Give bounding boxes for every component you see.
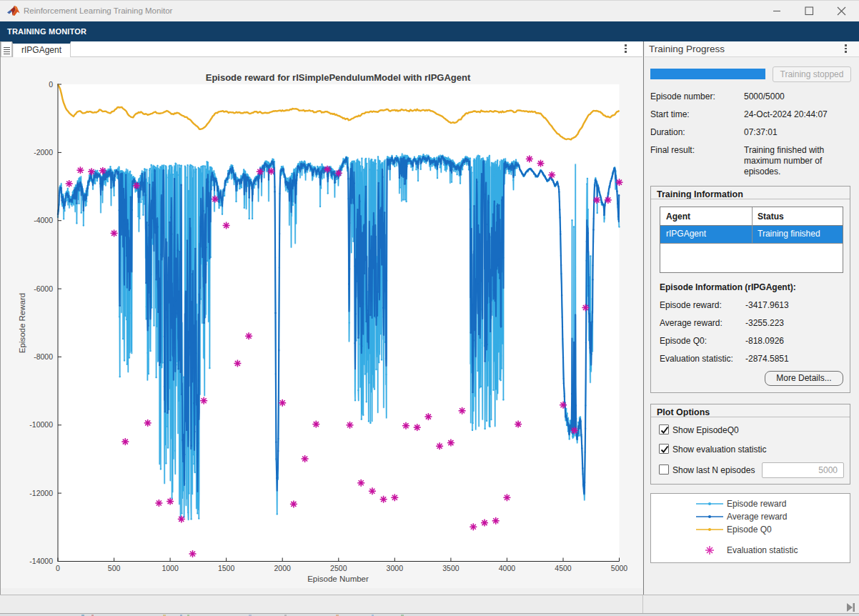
svg-text:3500: 3500 [442,564,460,572]
svg-text:5000: 5000 [611,564,628,572]
svg-text:0: 0 [49,80,53,89]
svg-text:Evaluation statistic: Evaluation statistic [727,545,798,555]
svg-text:4500: 4500 [555,564,572,572]
svg-text:-2000: -2000 [34,148,53,157]
svg-text:2000: 2000 [274,564,292,572]
svg-text:-14000: -14000 [29,557,53,565]
svg-text:2500: 2500 [330,564,347,572]
svg-text:-8000: -8000 [34,352,53,361]
svg-text:Episode Number: Episode Number [307,575,369,583]
svg-text:-10000: -10000 [29,420,53,429]
svg-text:-6000: -6000 [34,284,53,293]
svg-text:Episode reward for rISimplePen: Episode reward for rISimplePendulumModel… [206,72,471,83]
svg-text:Episode Reward: Episode Reward [18,293,26,353]
svg-text:4000: 4000 [499,564,516,572]
svg-text:1000: 1000 [162,564,179,572]
svg-text:Episode Q0: Episode Q0 [727,525,772,535]
svg-text:1500: 1500 [218,564,235,572]
svg-text:-12000: -12000 [29,489,53,497]
svg-text:Episode reward: Episode reward [727,499,786,509]
svg-text:-4000: -4000 [34,216,53,224]
svg-text:500: 500 [108,564,121,572]
svg-text:Average reward: Average reward [727,512,788,522]
svg-text:3000: 3000 [387,564,404,572]
svg-text:0: 0 [56,564,60,572]
